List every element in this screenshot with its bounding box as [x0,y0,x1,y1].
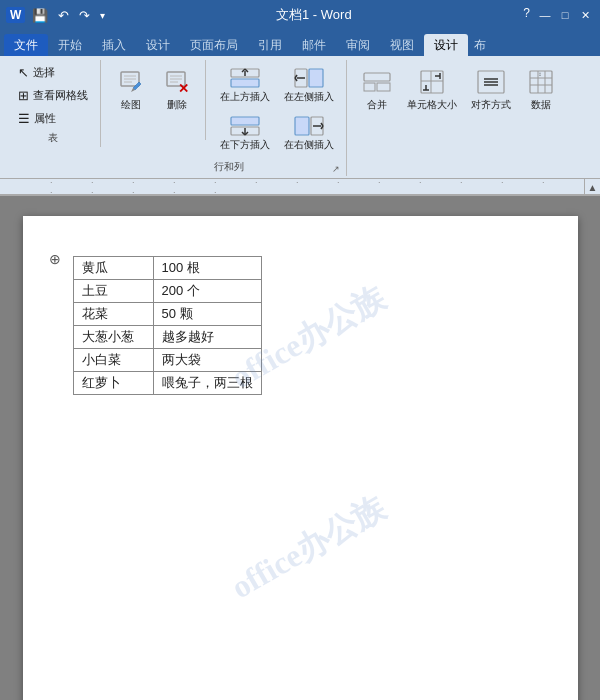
ribbon: 文件 开始 插入 设计 页面布局 引用 邮件 审阅 视图 设计 布 ↖ 选择 ⊞… [0,30,600,196]
svg-rect-30 [364,83,375,91]
group-merge: 合并 单元格大小 [349,60,569,140]
align-label: 对齐方式 [471,98,511,112]
merge-icon [361,66,393,98]
data-label: 数据 [531,98,551,112]
cell-size-label: 单元格大小 [407,98,457,112]
insert-below-button[interactable]: 在下方插入 [214,110,276,156]
svg-rect-24 [295,117,309,135]
svg-rect-20 [309,69,323,87]
insert-above-below: 在上方插入 在下方插入 [214,62,276,156]
table-cell[interactable]: 200 个 [153,280,261,303]
insert-left-right: 在左侧插入 在右侧插入 [278,62,340,156]
delete-label: 删除 [167,98,187,112]
table-cell[interactable]: 大葱小葱 [73,326,153,349]
table-cell[interactable]: 喂兔子，两三根 [153,372,261,395]
table-cell[interactable]: 100 根 [153,257,261,280]
undo-icon[interactable]: ↶ [55,6,72,25]
svg-rect-14 [231,117,259,125]
insert-right-label: 在右侧插入 [284,138,334,152]
tab-layout2[interactable]: 布 [468,34,492,56]
insert-below-label: 在下方插入 [220,138,270,152]
insert-above-button[interactable]: 在上方插入 [214,62,276,108]
merge-items: 合并 单元格大小 [355,62,563,136]
redo-icon[interactable]: ↷ [76,6,93,25]
tab-layout[interactable]: 页面布局 [180,34,248,56]
table-row: 黄瓜100 根 [73,257,261,280]
select-label: 选择 [33,65,55,80]
ruler: · · · · · · · · · · · · · · · · · · ▲ [0,179,600,195]
document-table: 黄瓜100 根土豆200 个花菜50 颗大葱小葱越多越好小白菜两大袋红萝卜喂兔子… [73,256,262,395]
cursor-icon: ↖ [18,65,29,80]
insert-right-button[interactable]: 在右侧插入 [278,110,340,156]
grid-icon: ⊞ [18,88,29,103]
svg-rect-31 [377,83,390,91]
data-button[interactable]: ↕ 数据 [519,62,563,116]
svg-text:↕: ↕ [539,71,542,77]
tab-insert[interactable]: 插入 [92,34,136,56]
pencil-icon [115,66,147,98]
title-bar-left: W 💾 ↶ ↷ ▾ [6,6,108,25]
table-cell[interactable]: 两大袋 [153,349,261,372]
table-cell[interactable]: 小白菜 [73,349,153,372]
group-biao: ↖ 选择 ⊞ 查看网格线 ☰ 属性 表 [6,60,101,147]
minimize-button[interactable]: — [536,6,554,24]
tab-design-table[interactable]: 设计 [424,34,468,56]
tab-mail[interactable]: 邮件 [292,34,336,56]
svg-rect-29 [364,73,390,81]
cell-size-button[interactable]: 单元格大小 [401,62,463,116]
align-icon [475,66,507,98]
biao-group-label: 表 [48,129,58,145]
table-cell[interactable]: 土豆 [73,280,153,303]
table-cell[interactable]: 50 颗 [153,303,261,326]
svg-text:✕: ✕ [178,81,189,96]
tab-view[interactable]: 视图 [380,34,424,56]
table-row: 花菜50 颗 [73,303,261,326]
restore-button[interactable]: □ [556,6,574,24]
tab-design-doc[interactable]: 设计 [136,34,180,56]
gridlines-button[interactable]: ⊞ 查看网格线 [12,85,94,106]
insert-above-label: 在上方插入 [220,90,270,104]
save-quick-icon[interactable]: 💾 [29,6,51,25]
ribbon-content: ↖ 选择 ⊞ 查看网格线 ☰ 属性 表 [0,56,600,179]
window-title: 文档1 - Word [108,6,519,24]
title-bar: W 💾 ↶ ↷ ▾ 文档1 - Word ? — □ ✕ [0,0,600,30]
insert-above-icon [229,66,261,90]
watermark-2: office办公族 [223,486,393,609]
svg-rect-10 [231,79,259,87]
tab-file[interactable]: 文件 [4,34,48,56]
table-cell[interactable]: 红萝卜 [73,372,153,395]
table-row: 大葱小葱越多越好 [73,326,261,349]
document-area: office办公族 office办公族 ⊕ 黄瓜100 根土豆200 个花菜50… [0,196,600,700]
more-qa-icon[interactable]: ▾ [97,8,108,23]
table-cell[interactable]: 越多越好 [153,326,261,349]
insert-left-icon [293,66,325,90]
props-icon: ☰ [18,111,30,126]
help-icon[interactable]: ? [519,6,534,24]
merge-button[interactable]: 合并 [355,62,399,116]
eraser-icon: ✕ [161,66,193,98]
data-icon: ↕ [525,66,557,98]
properties-button[interactable]: ☰ 属性 [12,108,94,129]
table-move-handle[interactable]: ⊕ [49,251,61,267]
document-page: office办公族 office办公族 ⊕ 黄瓜100 根土豆200 个花菜50… [23,216,578,700]
table-row: 土豆200 个 [73,280,261,303]
group-rowcol: 在上方插入 在下方插入 [208,60,347,176]
select-button[interactable]: ↖ 选择 [12,62,94,83]
close-button[interactable]: ✕ [576,6,594,24]
tab-references[interactable]: 引用 [248,34,292,56]
table-cell[interactable]: 黄瓜 [73,257,153,280]
biao-items: ↖ 选择 ⊞ 查看网格线 ☰ 属性 [12,62,94,129]
align-button[interactable]: 对齐方式 [465,62,517,116]
tab-review[interactable]: 审阅 [336,34,380,56]
scroll-up-button[interactable]: ▲ [584,179,600,195]
ruler-marks: · · · · · · · · · · · · · · · · · · [50,179,590,195]
draw-button[interactable]: 绘图 [109,62,153,116]
insert-left-button[interactable]: 在左侧插入 [278,62,340,108]
rowcol-launcher[interactable]: ↗ [332,164,340,174]
rowcol-group-label: 行和列 [214,158,244,174]
tab-start[interactable]: 开始 [48,34,92,56]
table-cell[interactable]: 花菜 [73,303,153,326]
delete-button[interactable]: ✕ 删除 [155,62,199,116]
group-draw: 绘图 ✕ 删除 [103,60,206,140]
cell-size-icon [416,66,448,98]
